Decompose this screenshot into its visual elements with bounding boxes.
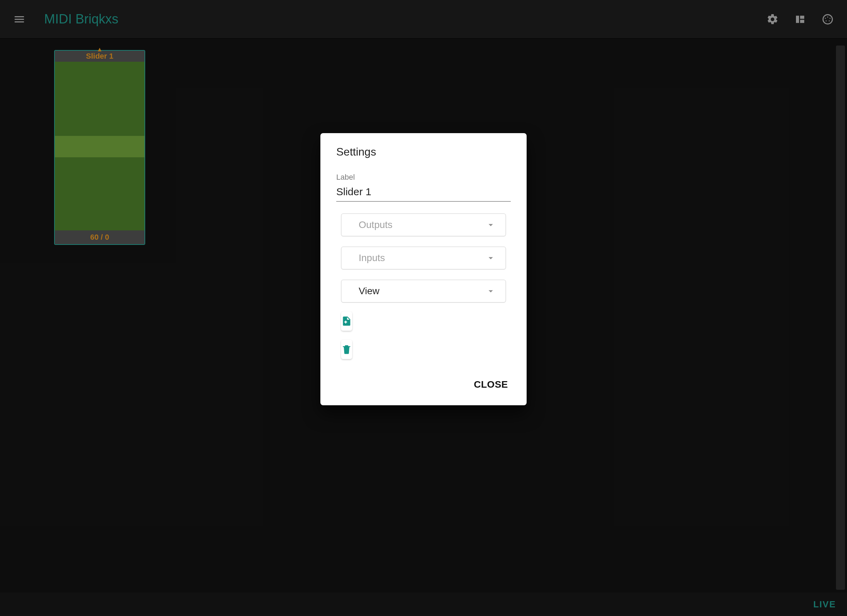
label-input[interactable] bbox=[336, 184, 511, 202]
delete-button[interactable] bbox=[341, 340, 352, 359]
trash-icon bbox=[341, 344, 352, 355]
duplicate-button[interactable] bbox=[341, 312, 352, 331]
note-add-icon bbox=[341, 316, 352, 326]
dialog-title: Settings bbox=[336, 146, 511, 158]
inputs-panel[interactable]: Inputs bbox=[341, 247, 506, 269]
chevron-down-icon bbox=[485, 220, 496, 230]
close-button[interactable]: CLOSE bbox=[471, 375, 511, 394]
view-panel[interactable]: View bbox=[341, 280, 506, 303]
inputs-label: Inputs bbox=[359, 253, 485, 263]
settings-dialog: Settings Label Outputs Inputs View bbox=[320, 133, 527, 405]
chevron-down-icon bbox=[485, 253, 496, 263]
outputs-panel[interactable]: Outputs bbox=[341, 214, 506, 236]
view-label: View bbox=[359, 285, 485, 297]
label-caption: Label bbox=[336, 173, 511, 182]
outputs-label: Outputs bbox=[359, 219, 485, 230]
chevron-down-icon bbox=[485, 286, 496, 296]
